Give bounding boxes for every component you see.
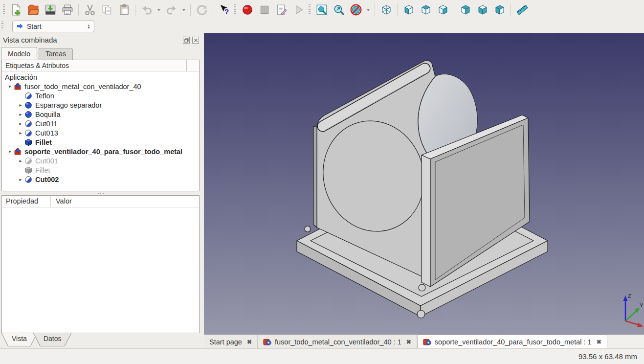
macro-record-button[interactable] bbox=[239, 2, 255, 18]
expander-open-icon[interactable]: ▾ bbox=[6, 84, 14, 89]
tree-item[interactable]: Fillet bbox=[2, 137, 199, 147]
zoom-fit-button[interactable] bbox=[313, 2, 330, 18]
undo-dropdown-button[interactable] bbox=[155, 2, 162, 18]
view-rear-button[interactable] bbox=[457, 2, 473, 18]
expander-closed-icon[interactable]: ▸ bbox=[17, 102, 24, 108]
macro-play-button[interactable] bbox=[290, 2, 307, 18]
tree-header: Etiquetas & Atributos bbox=[2, 60, 199, 71]
open-file-button[interactable] bbox=[25, 2, 41, 18]
toolbar-handle[interactable] bbox=[309, 4, 311, 15]
workbench-selector[interactable]: Start ▲▼ bbox=[12, 21, 94, 32]
workbench-spinner[interactable]: ▲▼ bbox=[87, 24, 90, 29]
undo-button[interactable] bbox=[138, 2, 155, 18]
view-right-icon bbox=[437, 4, 449, 16]
dock-tab-modelo[interactable]: Modelo bbox=[1, 47, 37, 60]
close-icon[interactable]: ✖ bbox=[406, 339, 411, 345]
3d-viewport[interactable]: Z Y X bbox=[204, 33, 644, 335]
tree-item[interactable]: ▸Cut002 bbox=[2, 175, 199, 184]
open-file-icon bbox=[27, 4, 39, 16]
clip-plane-dropdown-icon bbox=[365, 7, 371, 13]
dock-bottom-tab-vista[interactable]: Vista bbox=[1, 333, 37, 346]
dock-bottom-tab-datos[interactable]: Datos bbox=[33, 333, 72, 346]
copy-button[interactable] bbox=[99, 2, 115, 18]
view-left-icon bbox=[494, 4, 506, 16]
dock-close-button[interactable] bbox=[192, 37, 199, 44]
tree-item[interactable]: ▸Cut001 bbox=[2, 156, 199, 165]
clip-plane-dropdown-button[interactable] bbox=[365, 2, 372, 18]
macro-stop-icon bbox=[259, 4, 270, 16]
tree-item-label: Boquilla bbox=[35, 111, 61, 118]
tree-root-aplicacion[interactable]: Aplicación bbox=[2, 72, 199, 82]
toolbar-handle[interactable] bbox=[3, 4, 5, 15]
redo-button[interactable] bbox=[163, 2, 179, 18]
dock-bottom-tabbar: VistaDatos bbox=[1, 333, 67, 346]
toolbar-handle[interactable] bbox=[1, 21, 3, 32]
tree-item[interactable]: ▸Boquilla bbox=[2, 110, 199, 119]
new-document-button[interactable] bbox=[8, 2, 24, 18]
save-button[interactable] bbox=[42, 2, 58, 18]
cut-button[interactable] bbox=[82, 2, 98, 18]
refresh-button[interactable] bbox=[194, 2, 210, 18]
tree-item[interactable]: ▾soporte_ventilador_40_para_fusor_todo_m… bbox=[2, 147, 199, 156]
status-bar: 93.56 x 63.48 mm bbox=[0, 348, 644, 364]
dock-tab-tareas[interactable]: Tareas bbox=[39, 48, 73, 60]
sphere-cut-icon bbox=[24, 120, 33, 128]
document-tab[interactable]: Start page✖ bbox=[204, 335, 258, 348]
macro-stop-button[interactable] bbox=[256, 2, 272, 18]
close-icon[interactable]: ✖ bbox=[597, 339, 601, 345]
document-tab-label: soporte_ventilador_40_para_fusor_todo_me… bbox=[435, 338, 592, 346]
redo-dropdown-icon bbox=[181, 7, 187, 13]
property-column-valor: Valor bbox=[51, 196, 72, 207]
workbench-arrow-icon bbox=[16, 23, 23, 30]
macro-edit-button[interactable] bbox=[273, 2, 289, 18]
document-tab[interactable]: soporte_ventilador_40_para_fusor_todo_me… bbox=[417, 335, 607, 348]
zoom-selection-button[interactable] bbox=[331, 2, 347, 18]
dock-splitter[interactable] bbox=[1, 191, 200, 195]
toolbar-handle[interactable] bbox=[234, 4, 236, 15]
tree-header-corner bbox=[187, 60, 199, 71]
cube-blue-icon bbox=[24, 138, 33, 146]
view-front-button[interactable] bbox=[400, 2, 417, 18]
redo-icon bbox=[166, 4, 178, 16]
view-right-button[interactable] bbox=[435, 2, 451, 18]
tree-item-label: Fillet bbox=[35, 166, 50, 174]
view-top-button[interactable] bbox=[418, 2, 434, 18]
toolbar-separator bbox=[135, 4, 135, 16]
whats-this-button[interactable]: ? bbox=[216, 2, 232, 18]
toolbar-separator bbox=[190, 4, 191, 16]
view-left-button[interactable] bbox=[491, 2, 508, 18]
tree-item[interactable]: ▾fusor_todo_metal_con_ventilador_40 bbox=[2, 82, 199, 91]
view-axonometric-button[interactable] bbox=[378, 2, 394, 18]
tree-item[interactable]: ▸Cut011 bbox=[2, 119, 199, 128]
property-header: Propiedad Valor bbox=[2, 196, 199, 207]
tree-item[interactable]: ▸Esparrago separador bbox=[2, 100, 199, 110]
document-tab-label: fusor_todo_metal_con_ventilador_40 : 1 bbox=[275, 338, 401, 346]
document-icon bbox=[14, 83, 22, 91]
view-bottom-icon bbox=[477, 4, 489, 16]
clip-plane-button[interactable] bbox=[348, 2, 364, 18]
print-icon bbox=[62, 4, 73, 16]
expander-closed-icon[interactable]: ▸ bbox=[17, 177, 24, 182]
axis-y-label: Y bbox=[640, 302, 644, 308]
sphere-cut-icon bbox=[24, 92, 33, 100]
expander-closed-icon[interactable]: ▸ bbox=[17, 121, 24, 126]
expander-closed-icon[interactable]: ▸ bbox=[17, 158, 24, 163]
view-axonometric-icon bbox=[380, 4, 392, 16]
measure-distance-button[interactable] bbox=[514, 2, 530, 18]
document-tab[interactable]: fusor_todo_metal_con_ventilador_40 : 1✖ bbox=[258, 335, 417, 348]
redo-dropdown-button[interactable] bbox=[180, 2, 187, 18]
sphere-solid-icon bbox=[24, 101, 33, 109]
tree-item[interactable]: Fillet bbox=[2, 165, 199, 175]
print-button[interactable] bbox=[59, 2, 75, 18]
tree-item[interactable]: ▸Cut013 bbox=[2, 128, 199, 137]
expander-closed-icon[interactable]: ▸ bbox=[17, 112, 24, 117]
tree-item[interactable]: Teflon bbox=[2, 91, 199, 100]
dock-float-button[interactable] bbox=[183, 37, 190, 44]
macro-record-icon bbox=[242, 4, 253, 16]
expander-open-icon[interactable]: ▾ bbox=[6, 149, 14, 154]
paste-button[interactable] bbox=[116, 2, 132, 18]
close-icon[interactable]: ✖ bbox=[247, 339, 252, 345]
expander-closed-icon[interactable]: ▸ bbox=[17, 130, 24, 136]
view-bottom-button[interactable] bbox=[474, 2, 490, 18]
tree-item-label: Cut013 bbox=[35, 129, 58, 137]
